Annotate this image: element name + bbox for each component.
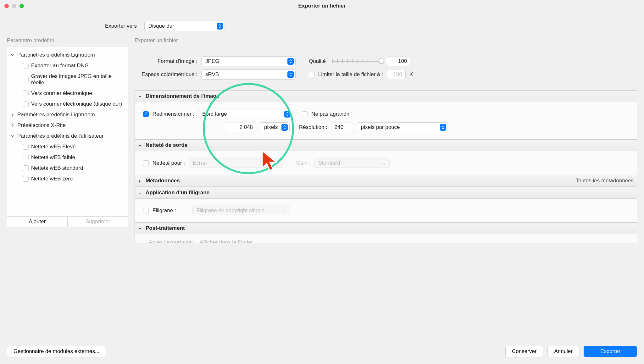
gain-select[interactable]: Standard ⌄ [314,158,390,168]
cancel-button[interactable]: Annuler [547,346,579,357]
chevron-updown-icon [287,71,294,78]
add-preset-button[interactable]: Ajouter [7,216,68,227]
window-title: Exporter un fichier [0,3,644,9]
preset-group[interactable]: Paramètres prédéfinis de l'utilisateur [7,131,128,141]
metadata-header[interactable]: Métadonnées Toutes les métadonnées [135,175,637,187]
plugin-manager-button[interactable]: Gestionnaire de modules externes... [7,346,106,357]
output-sharpening-panel: Netteté de sortie Netteté pour : Ecran ⌄… [135,139,637,175]
limit-filesize-unit: K [409,71,413,78]
watermark-panel: Application d'un filigrane Filigrane : F… [135,187,637,223]
checkbox[interactable] [23,63,29,69]
preset-sidebar: Paramètre prédéfini : Paramètres prédéfi… [7,37,128,243]
image-format-label: Format d'image : [135,58,197,64]
preset-item[interactable]: Exporter au format DNG [7,60,128,71]
file-settings-section: Format d'image : JPEG Qualité : 100 Espa… [135,49,637,90]
preset-item[interactable]: Netteté wEB zéro [7,174,128,184]
checkbox[interactable] [23,165,29,171]
preset-item[interactable]: Netteté wEB Elevé [7,141,128,152]
limit-filesize-input[interactable]: 100 [387,70,406,79]
sharpen-for-checkbox[interactable] [143,160,149,166]
no-enlarge-checkbox[interactable] [302,111,308,117]
export-to-label: Exporter vers : [105,23,140,29]
image-sizing-header[interactable]: Dimensionnement de l'image [135,91,637,102]
watermark-select[interactable]: Filigrane de copyright simple ⌄ [192,206,290,215]
remove-preset-button[interactable]: Supprimer [68,216,128,227]
colorspace-select[interactable]: sRVB [201,69,296,80]
titlebar: Exporter un fichier [0,0,644,12]
chevron-down-icon [138,226,142,230]
chevron-updown-icon [440,124,446,131]
chevron-down-icon [138,94,142,98]
output-sharpening-header[interactable]: Netteté de sortie [135,140,637,151]
resolution-label: Résolution : [299,124,327,130]
quality-label: Qualité : [309,58,329,64]
preset-group-label: Paramètres prédéfinis de l'utilisateur [17,133,103,139]
watermark-label: Filigrane : [153,207,176,214]
save-button[interactable]: Conserver [505,346,543,357]
preset-group-label: Paramètres prédéfinis Lightroom [17,52,95,58]
sharpen-for-label: Netteté pour : [153,160,185,166]
slider-thumb[interactable] [379,58,384,63]
chevron-right-icon [10,113,15,117]
export-to-select[interactable]: Disque dur [144,21,225,31]
sharpen-for-select[interactable]: Ecran ⌄ [189,158,283,168]
chevron-updown-icon: ⌄ [381,160,388,166]
export-settings: Exporter un fichier Format d'image : JPE… [135,37,637,243]
chevron-updown-icon [281,124,288,131]
preset-item[interactable]: Graver des images JPEG en taille réelle [7,71,128,88]
checkbox[interactable] [23,144,29,150]
checkbox[interactable] [23,91,29,96]
quality-input[interactable]: 100 [386,57,410,66]
chevron-updown-icon [217,23,223,30]
post-processing-panel: Post-traitement Après l'exportation : Af… [135,222,637,243]
quality-slider[interactable] [332,61,382,63]
preset-heading: Paramètre prédéfini : [7,37,128,44]
preset-group[interactable]: Paramètres prédéfinis Lightroom [7,50,128,60]
preset-item[interactable]: Vers courrier électronique [7,88,128,99]
preset-group[interactable]: Présélections X-Rite [7,120,128,131]
preset-item[interactable]: Vers courrier électronique (disque dur) [7,99,128,109]
dimension-input[interactable]: 2 048 [225,123,256,132]
colorspace-label: Espace colorimétrique : [135,71,197,78]
limit-filesize-checkbox[interactable] [309,72,314,77]
limit-filesize-label: Limiter la taille de fichier à : [318,71,383,78]
preset-buttons: Ajouter Supprimer [7,216,128,227]
chevron-updown-icon: ⌄ [274,160,281,166]
resolution-input[interactable]: 240 [331,123,353,132]
checkbox[interactable] [23,101,29,107]
checkbox[interactable] [23,176,29,182]
gain-label: Gain : [296,160,310,166]
metadata-summary: Toutes les métadonnées [576,178,634,184]
chevron-right-icon [138,179,142,183]
checkbox[interactable] [23,77,29,82]
preset-tree: Paramètres prédéfinis Lightroom Exporter… [7,47,128,217]
chevron-updown-icon: ⌄ [281,207,288,214]
preset-item[interactable]: Netteté wEB standard [7,163,128,174]
resize-mode-select[interactable]: Bord large [198,109,292,119]
image-sizing-panel: Dimensionnement de l'image Redimensionne… [135,90,637,140]
dimension-unit-select[interactable]: pixels [260,122,290,132]
chevron-updown-icon [284,111,291,118]
footer: Gestionnaire de modules externes... Cons… [7,346,637,357]
export-to-value: Disque dur [148,23,174,29]
preset-group-label: Paramètres prédéfinis Lightroom [17,112,95,118]
metadata-panel: Métadonnées Toutes les métadonnées [135,175,637,187]
chevron-right-icon [10,123,15,128]
checkbox[interactable] [23,155,29,160]
no-enlarge-label: Ne pas agrandir [311,111,349,117]
chevron-down-icon [138,143,142,147]
post-processing-header[interactable]: Post-traitement [135,223,637,234]
after-export-value: Afficher dans le Finder [200,239,253,243]
preset-group-label: Présélections X-Rite [17,122,66,129]
export-button[interactable]: Exporter [584,346,637,357]
watermark-checkbox[interactable] [143,208,149,213]
resolution-unit-select[interactable]: pixels par pouce [357,122,448,132]
preset-item[interactable]: Netteté wEB faible [7,152,128,163]
preset-group[interactable]: Paramètres prédéfinis Lightroom [7,109,128,120]
resize-checkbox[interactable] [143,111,149,117]
image-format-select[interactable]: JPEG [201,56,296,66]
export-target-row: Exporter vers : Disque dur [0,12,644,37]
resize-label: Redimensionner : [153,111,194,117]
chevron-down-icon [10,134,15,138]
watermark-header[interactable]: Application d'un filigrane [135,187,637,199]
